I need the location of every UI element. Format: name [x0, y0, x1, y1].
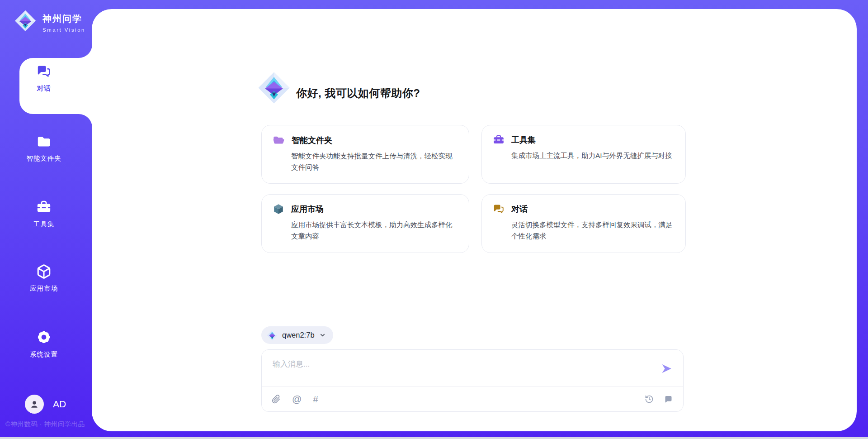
- greeting-logo-icon: [258, 72, 290, 104]
- brand-name: 神州问学: [42, 13, 85, 25]
- brand: 神州问学 Smart Vision: [14, 10, 85, 33]
- copyright-text: ©神州数码 · 神州问学出品: [5, 420, 91, 429]
- message-input[interactable]: [262, 350, 632, 382]
- chevron-down-icon: [319, 332, 326, 339]
- card-chat[interactable]: 对话 灵活切换多模型文件，支持多样回复效果调试，满足个性化需求: [481, 194, 686, 253]
- chat-icon: [493, 203, 505, 215]
- toolbox-icon: [36, 200, 52, 215]
- chat-icon: [36, 64, 52, 79]
- sidebar-item-smart-folder[interactable]: 智能文件夹: [10, 134, 78, 163]
- chat-bubble-icon[interactable]: [664, 395, 673, 404]
- sidebar-item-label: 系统设置: [30, 350, 58, 359]
- card-title: 应用市场: [291, 204, 324, 215]
- avatar: [25, 395, 44, 414]
- card-description: 应用市场提供丰富长文本模板，助力高效生成多样化文章内容: [291, 219, 458, 242]
- folder-open-icon: [273, 134, 285, 146]
- sidebar-item-label: 智能文件夹: [26, 154, 61, 163]
- cube-icon: [36, 264, 52, 279]
- card-toolset[interactable]: 工具集 集成市场上主流工具，助力AI与外界无缝扩展与对接: [481, 125, 686, 184]
- card-title: 对话: [511, 204, 528, 215]
- mention-icon[interactable]: @: [292, 395, 302, 404]
- sidebar-item-app-market[interactable]: 应用市场: [10, 264, 78, 293]
- cube-icon: [273, 203, 284, 215]
- card-app-market[interactable]: 应用市场 应用市场提供丰富长文本模板，助力高效生成多样化文章内容: [261, 194, 469, 253]
- card-smart-folder[interactable]: 智能文件夹 智能文件夹功能支持批量文件上传与清洗，轻松实现文件问答: [261, 125, 469, 184]
- screen-bottom-edge: [0, 437, 868, 439]
- model-selector[interactable]: qwen2:7b: [261, 326, 333, 344]
- model-logo-icon: [267, 330, 278, 341]
- card-description: 集成市场上主流工具，助力AI与外界无缝扩展与对接: [511, 150, 675, 161]
- card-title: 智能文件夹: [292, 135, 332, 146]
- brand-logo-icon: [14, 10, 36, 32]
- card-description: 灵活切换多模型文件，支持多样回复效果调试，满足个性化需求: [511, 219, 675, 242]
- model-name: qwen2:7b: [282, 331, 315, 339]
- user-account[interactable]: AD: [25, 395, 66, 414]
- history-icon[interactable]: [645, 395, 654, 404]
- gear-icon: [36, 329, 52, 345]
- card-description: 智能文件夹功能支持批量文件上传与清洗，轻松实现文件问答: [291, 150, 458, 173]
- greeting-title: 你好, 我可以如何帮助你?: [296, 86, 420, 100]
- message-composer: @ #: [261, 349, 684, 412]
- sidebar-item-label: 工具集: [33, 220, 55, 229]
- brand-subtitle: Smart Vision: [42, 27, 85, 33]
- sidebar-item-toolset[interactable]: 工具集: [10, 200, 78, 229]
- person-icon: [29, 399, 39, 409]
- feature-cards: 智能文件夹 智能文件夹功能支持批量文件上传与清洗，轻松实现文件问答 工具集 集成…: [261, 125, 686, 253]
- send-icon[interactable]: [660, 363, 672, 375]
- folder-icon: [36, 134, 52, 149]
- user-name: AD: [53, 399, 66, 410]
- sidebar-item-chat[interactable]: 对话: [10, 64, 78, 93]
- hashtag-icon[interactable]: #: [313, 395, 318, 404]
- card-title: 工具集: [511, 134, 536, 145]
- sidebar-item-label: 应用市场: [30, 284, 58, 293]
- sidebar-item-settings[interactable]: 系统设置: [10, 329, 78, 359]
- sidebar-item-label: 对话: [37, 84, 51, 93]
- toolbox-icon: [493, 134, 505, 146]
- attachment-icon[interactable]: [272, 395, 281, 404]
